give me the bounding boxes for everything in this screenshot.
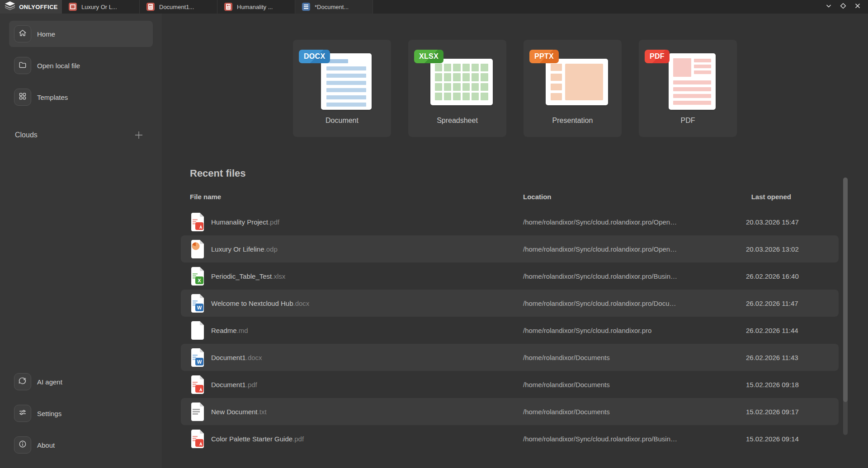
xlsx-file-icon: X xyxy=(190,267,205,285)
card-label: Spreadsheet xyxy=(437,117,478,125)
format-badge: PPTX xyxy=(529,50,559,63)
pdf-file-icon xyxy=(190,212,205,231)
settings-icon xyxy=(18,408,27,419)
svg-text:W: W xyxy=(197,359,202,365)
recent-files-section: Recent files File name Location Last ope… xyxy=(181,168,839,452)
recent-files-title: Recent files xyxy=(181,168,839,179)
svg-text:W: W xyxy=(197,305,202,310)
column-header-file-name: File name xyxy=(190,193,523,201)
format-badge: DOCX xyxy=(299,50,330,63)
sidebar-item-templates[interactable]: Templates xyxy=(9,84,153,110)
file-last-opened: 15.02.2026 09:17 xyxy=(746,408,799,416)
onlyoffice-logo-icon xyxy=(4,1,16,12)
add-cloud-button[interactable] xyxy=(134,130,144,140)
create-new-cards: DOCX Document XLSX Spreadsheet PPTX Pres… xyxy=(162,40,868,137)
card-label: Presentation xyxy=(552,117,593,125)
scrollbar-thumb[interactable] xyxy=(843,178,848,402)
create-pdf-card[interactable]: PDF PDF xyxy=(639,40,737,137)
sidebar-item-home[interactable]: Home xyxy=(9,21,153,47)
tab-document1[interactable]: Document1... xyxy=(140,0,217,14)
app-logo: ONLYOFFICE xyxy=(0,0,62,14)
sidebar-bottom-list: AI agent Settings About xyxy=(0,369,162,463)
recent-files-header: File name Location Last opened xyxy=(181,193,839,201)
file-name: New Document.txt xyxy=(211,408,267,416)
table-row[interactable]: New Document.txt /home/rolandixor/Docume… xyxy=(181,398,839,425)
tab-bar-tabs: Luxury Or L... Document1... Humanality .… xyxy=(62,0,373,14)
svg-text:X: X xyxy=(198,278,201,283)
file-location: /home/rolandixor/Sync/cloud.rolandixor.p… xyxy=(523,245,746,253)
table-row[interactable]: W Welcome to Nextcloud Hub.docx /home/ro… xyxy=(181,290,839,317)
file-last-opened: 26.02.2026 11:43 xyxy=(746,354,798,361)
txt-file-icon xyxy=(190,402,205,421)
home-icon xyxy=(18,28,27,39)
window-controls xyxy=(823,0,868,14)
file-name: Welcome to Nextcloud Hub.docx xyxy=(211,300,309,307)
diamond-icon xyxy=(840,2,847,11)
file-last-opened: 15.02.2026 09:14 xyxy=(746,435,799,443)
odp-file-icon xyxy=(190,239,205,258)
close-icon xyxy=(854,2,861,11)
pdf-thumbnail xyxy=(669,53,716,110)
app-title: ONLYOFFICE xyxy=(19,4,58,10)
docx-file-icon: W xyxy=(190,348,205,367)
tab-humanality[interactable]: Humanality ... xyxy=(217,0,295,14)
file-location: /home/rolandixor/Documents xyxy=(523,354,746,361)
sidebar-item-open-local-file[interactable]: Open local file xyxy=(9,52,153,79)
file-location: /home/rolandixor/Documents xyxy=(523,381,746,388)
tab-document[interactable]: *Document... xyxy=(295,0,373,14)
file-last-opened: 20.03.2026 15:47 xyxy=(746,218,799,226)
start-page: DOCX Document XLSX Spreadsheet PPTX Pres… xyxy=(162,14,868,468)
file-last-opened: 26.02.2026 11:47 xyxy=(746,300,798,307)
file-location: /home/rolandixor/Sync/cloud.rolandixor.p… xyxy=(523,272,746,280)
sidebar-top-list: Home Open local file Templates xyxy=(0,14,162,110)
tab-bar: ONLYOFFICE Luxury Or L... Document1... H… xyxy=(0,0,868,14)
document-tab-icon xyxy=(302,3,310,11)
file-location: /home/rolandixor/Sync/cloud.rolandixor.p… xyxy=(523,300,746,307)
file-name: Document1.pdf xyxy=(211,381,257,388)
table-row[interactable]: Luxury Or Lifeline.odp /home/rolandixor/… xyxy=(181,235,839,262)
plus-icon xyxy=(134,130,144,140)
table-row[interactable]: Humanality Project.pdf /home/rolandixor/… xyxy=(181,208,839,235)
templates-icon xyxy=(18,92,27,103)
vertical-scrollbar[interactable] xyxy=(843,178,848,435)
pdf-file-icon xyxy=(190,375,205,394)
tab-luxury-or-l[interactable]: Luxury Or L... xyxy=(62,0,140,14)
sidebar-item-ai-agent[interactable]: AI agent xyxy=(9,369,153,395)
md-file-icon xyxy=(190,321,205,340)
create-presentation-card[interactable]: PPTX Presentation xyxy=(524,40,622,137)
file-last-opened: 15.02.2026 09:18 xyxy=(746,381,799,388)
chevron-down-icon xyxy=(825,2,832,11)
clouds-label: Clouds xyxy=(15,131,38,139)
file-name: Periodic_Table_Test.xlsx xyxy=(211,272,285,280)
file-name: Luxury Or Lifeline.odp xyxy=(211,245,278,253)
file-name: Document1.docx xyxy=(211,354,262,361)
file-last-opened: 20.03.2026 13:02 xyxy=(746,245,799,253)
table-row[interactable]: W Document1.docx /home/rolandixor/Docume… xyxy=(181,344,839,371)
file-location: /home/rolandixor/Documents xyxy=(523,408,746,416)
file-last-opened: 26.02.2026 16:40 xyxy=(746,272,799,280)
table-row[interactable]: Readme.md /home/rolandixor/Sync/cloud.ro… xyxy=(181,317,839,344)
table-row[interactable]: Document1.pdf /home/rolandixor/Documents… xyxy=(181,371,839,398)
file-name: Color Palette Starter Guide.pdf xyxy=(211,435,304,443)
file-name: Humanality Project.pdf xyxy=(211,218,279,226)
column-header-last-opened: Last opened xyxy=(746,193,791,201)
pdf-tab-icon xyxy=(224,3,232,11)
maximize-button[interactable] xyxy=(837,1,849,13)
sidebar-item-about[interactable]: About xyxy=(9,432,153,458)
sidebar-item-settings[interactable]: Settings xyxy=(9,400,153,426)
format-badge: PDF xyxy=(645,50,670,63)
card-label: Document xyxy=(326,117,359,125)
table-row[interactable]: X Periodic_Table_Test.xlsx /home/rolandi… xyxy=(181,262,839,290)
clouds-row: Clouds xyxy=(15,130,144,140)
file-last-opened: 26.02.2026 11:44 xyxy=(746,327,798,334)
card-label: PDF xyxy=(681,117,695,125)
sidebar: Home Open local file Templates Clouds AI… xyxy=(0,14,162,468)
recent-files-list: Humanality Project.pdf /home/rolandixor/… xyxy=(181,208,839,452)
close-button[interactable] xyxy=(852,1,863,13)
create-document-card[interactable]: DOCX Document xyxy=(293,40,391,137)
table-row[interactable]: Color Palette Starter Guide.pdf /home/ro… xyxy=(181,425,839,452)
create-spreadsheet-card[interactable]: XLSX Spreadsheet xyxy=(408,40,506,137)
column-header-location: Location xyxy=(523,193,746,201)
spreadsheet-thumbnail xyxy=(430,59,493,105)
minimize-button[interactable] xyxy=(823,1,835,13)
